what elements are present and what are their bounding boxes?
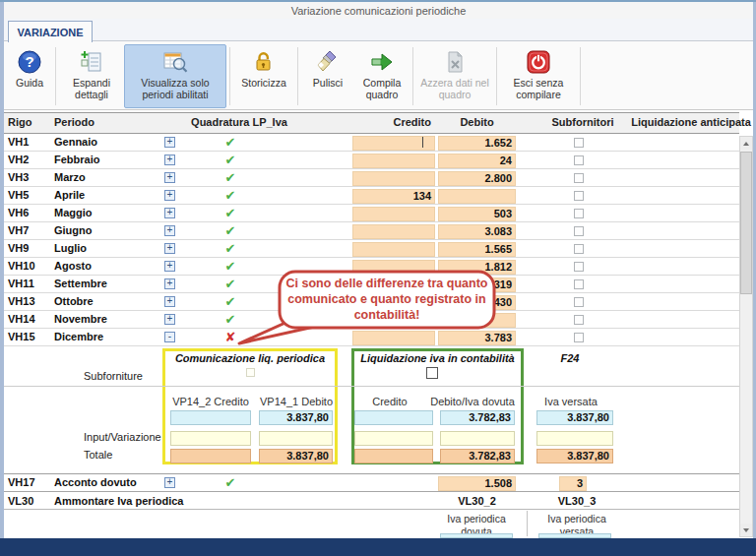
- acconto-sub-field[interactable]: 3: [559, 476, 587, 491]
- pulisci-button[interactable]: Pulisci: [301, 44, 354, 108]
- row-label: Ammontare Iva periodica: [54, 495, 183, 507]
- subfornitori-checkbox[interactable]: [574, 333, 584, 342]
- input-f24-field[interactable]: [536, 431, 613, 446]
- subfornitori-checkbox[interactable]: [574, 155, 584, 165]
- row-periodo: Marzo: [54, 171, 86, 183]
- esci-senza-compilare-button[interactable]: Esci senza compilare: [500, 44, 577, 108]
- row-periodo: Febbraio: [54, 154, 99, 165]
- down-arrow-icon: [743, 528, 749, 532]
- quadratura-ok-icon: ✔: [221, 188, 239, 203]
- input-contabilita-debito-field[interactable]: [440, 431, 515, 446]
- app-window: Variazione comunicazioni periodiche VARI…: [0, 0, 756, 556]
- toolbar-separator: [229, 47, 230, 105]
- expand-toggle[interactable]: +: [164, 137, 175, 148]
- expand-toggle[interactable]: +: [164, 477, 175, 488]
- contabilita-credito-field[interactable]: [354, 410, 433, 425]
- expand-toggle[interactable]: +: [164, 154, 175, 165]
- debito-field[interactable]: 503: [438, 207, 516, 221]
- row-rigo: VH6: [8, 207, 29, 218]
- expand-toggle[interactable]: +: [164, 243, 175, 254]
- vl30-2-code: VL30_2: [438, 495, 516, 507]
- expand-toggle[interactable]: +: [164, 278, 175, 289]
- header-subfornitori: Subfornitori: [541, 116, 624, 128]
- subforniture-contabilita-checkbox[interactable]: [426, 367, 438, 379]
- debito-field[interactable]: 1.565: [438, 242, 516, 257]
- expand-toggle[interactable]: +: [164, 190, 175, 201]
- debito-field[interactable]: 2.800: [438, 171, 516, 186]
- f24-iva-versata-field[interactable]: 3.837,80: [536, 410, 613, 425]
- header-periodo: Periodo: [54, 116, 94, 128]
- quadratura-ok-icon: ✔: [221, 223, 239, 238]
- expand-toggle[interactable]: +: [164, 208, 175, 218]
- row-periodo: Agosto: [54, 260, 92, 272]
- vertical-scrollbar[interactable]: [739, 136, 753, 537]
- credito-field[interactable]: 134: [352, 189, 435, 204]
- row-rigo: VH15: [8, 331, 35, 342]
- espandi-dettagli-button[interactable]: Espandi dettagli: [59, 44, 124, 108]
- subfornitori-checkbox[interactable]: [574, 279, 584, 289]
- subfornitori-checkbox[interactable]: [574, 244, 584, 254]
- debito-field[interactable]: [438, 189, 516, 204]
- expand-toggle[interactable]: +: [164, 172, 175, 183]
- credito-field[interactable]: [352, 224, 435, 239]
- row-rigo: VH13: [8, 295, 35, 307]
- credito-field[interactable]: [352, 207, 435, 221]
- comunicato-vp14-1-field[interactable]: 3.837,80: [259, 410, 333, 425]
- subfornitori-checkbox[interactable]: [574, 315, 584, 325]
- help-icon: ?: [17, 47, 42, 77]
- row-periodo: Giugno: [54, 224, 93, 236]
- scroll-up-button[interactable]: [740, 137, 752, 150]
- row-rigo: VH17: [8, 476, 35, 488]
- header-rigo: Rigo: [8, 116, 32, 128]
- input-contabilita-credito-field[interactable]: [354, 431, 433, 446]
- visualizza-solo-periodi-button[interactable]: Visualizza solo periodi abilitati: [124, 44, 226, 108]
- row-rigo: VH7: [8, 224, 29, 236]
- credito-field[interactable]: [352, 242, 435, 257]
- quadratura-ok-icon: ✔: [221, 153, 239, 167]
- expand-toggle[interactable]: +: [164, 314, 175, 325]
- subfornitori-checkbox[interactable]: [574, 209, 584, 218]
- expand-toggle[interactable]: +: [164, 261, 175, 272]
- exit-power-icon: [526, 47, 551, 77]
- toolbar-separator: [412, 47, 413, 105]
- acconto-debito-field[interactable]: 1.508: [438, 476, 516, 491]
- subforniture-comunicazione-checkbox[interactable]: [246, 368, 255, 377]
- comunicato-vp14-2-field[interactable]: [170, 410, 251, 425]
- scroll-down-button[interactable]: [740, 524, 752, 536]
- row-rigo: VL30: [8, 495, 33, 507]
- guida-label: Guida: [16, 77, 43, 89]
- row-rigo: VH9: [8, 242, 29, 254]
- row-periodo: Maggio: [54, 207, 93, 218]
- expand-toggle[interactable]: +: [164, 296, 175, 307]
- storicizza-label: Storicizza: [241, 77, 286, 89]
- compila-quadro-button[interactable]: Compila quadro: [354, 44, 410, 108]
- guida-button[interactable]: ? Guida: [7, 44, 52, 108]
- contabilita-credito-header: Credito: [354, 396, 425, 407]
- contabilita-debito-field[interactable]: 3.782,83: [440, 410, 515, 425]
- debito-field[interactable]: 1.652: [438, 136, 516, 151]
- subfornitori-checkbox[interactable]: [574, 138, 584, 148]
- tab-variazione[interactable]: VARIAZIONE: [8, 21, 93, 42]
- storicizza-button[interactable]: Storicizza: [233, 44, 294, 108]
- credito-field[interactable]: [352, 171, 435, 186]
- input-vp14-1-field[interactable]: [259, 431, 333, 446]
- collapse-toggle[interactable]: -: [164, 332, 175, 342]
- debito-field[interactable]: 3.083: [438, 224, 516, 239]
- subfornitori-checkbox[interactable]: [574, 297, 584, 307]
- scrollbar-thumb[interactable]: [740, 152, 752, 294]
- debito-field[interactable]: 24: [438, 154, 516, 168]
- table-row: VH6 Maggio + ✔ 503: [4, 205, 739, 222]
- expand-toggle[interactable]: +: [164, 225, 175, 236]
- bottom-status-bar: [0, 538, 756, 556]
- subfornitori-checkbox[interactable]: [574, 191, 584, 201]
- table-row: VH3 Marzo + ✔ 2.800: [4, 169, 739, 187]
- subfornitori-checkbox[interactable]: [574, 173, 584, 183]
- input-vp14-2-field[interactable]: [170, 431, 251, 446]
- tab-strip: [4, 19, 753, 41]
- vh17-row: VH17 Acconto dovuto + ✔ 1.508 3: [4, 473, 739, 492]
- subfornitori-checkbox[interactable]: [574, 226, 584, 236]
- window-title: Variazione comunicazioni periodiche: [291, 5, 467, 17]
- clear-document-icon: [442, 47, 468, 77]
- subfornitori-checkbox[interactable]: [574, 262, 584, 272]
- credito-field[interactable]: [352, 154, 435, 168]
